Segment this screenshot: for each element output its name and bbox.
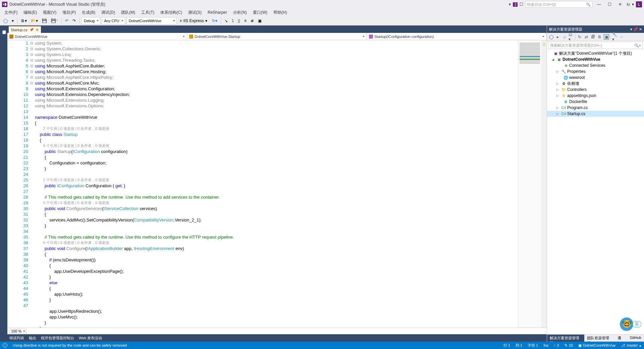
preview-icon[interactable]: ▣ [604, 34, 609, 40]
status-branch[interactable]: ⎇master ▴ [621, 343, 641, 348]
pin-icon[interactable]: 📌 [30, 28, 34, 32]
solution-search-input[interactable]: 搜索解决方案资源管理器(Ctrl+;) 🔍▾ [548, 42, 643, 49]
wrench-icon[interactable]: 🔧▾ [612, 34, 618, 40]
tree-connected-services[interactable]: ⊕Connected Services [547, 62, 644, 68]
document-tab-startup[interactable]: Startup.cs 📌 ✕ [9, 26, 41, 33]
status-pull[interactable]: ✎10 [565, 343, 573, 348]
tree-appsettings[interactable]: ▷🗎appsettings.json [547, 93, 644, 99]
expand-icon[interactable]: ▷ [556, 112, 560, 115]
panel-title-bar[interactable]: 解决方案资源管理器 ▾ 📌 ✕ [547, 26, 644, 33]
menu-window[interactable]: 窗口(W) [251, 9, 270, 16]
platform-combo[interactable]: Any CPU [102, 17, 125, 24]
nav-class-combo[interactable]: DotnetCoreWithVue.Startup [187, 33, 367, 40]
new-project-button[interactable]: 🗎▾ [19, 18, 28, 24]
tab-output[interactable]: 输出 [29, 336, 36, 341]
menu-build[interactable]: 生成(B) [79, 9, 98, 16]
step-out-button[interactable]: ▯ [236, 18, 241, 24]
tab-error-list[interactable]: 错误列表 [9, 336, 24, 341]
tab-team-explorer[interactable]: 团队资源管理器 [584, 335, 614, 342]
solution-tree[interactable]: ▣解决方案"DotnetCoreWithVue"(1 个项目) ◢▣Dotnet… [547, 50, 644, 334]
status-line[interactable]: 行 1 [503, 343, 510, 348]
panel-menu-icon[interactable]: ▾ [630, 27, 632, 31]
user-label[interactable]: lu [627, 2, 630, 7]
save-button[interactable]: 💾 [41, 18, 48, 24]
menu-help[interactable]: 帮助(H) [271, 9, 289, 16]
expand-icon[interactable]: ▷ [556, 82, 560, 85]
notifications-flag-icon[interactable]: ▾ [509, 2, 511, 7]
menu-file[interactable]: 文件(F) [2, 9, 20, 16]
tab-github[interactable]: GitHub [627, 335, 644, 342]
assistant-avatar[interactable]: 🤓 英 [619, 317, 641, 332]
panel-pin-icon[interactable]: 📌 [633, 27, 638, 31]
user-badge[interactable]: L [636, 1, 642, 7]
back-icon[interactable]: ◯ [548, 34, 554, 40]
tree-dockerfile[interactable]: 🗎Dockerfile [547, 99, 644, 105]
open-button[interactable]: 📂▾ [30, 18, 39, 24]
server-explorer-tab[interactable]: 服务器资源管理器 [2, 28, 7, 340]
vertical-scrollbar[interactable]: ⚠ [541, 40, 547, 328]
fwd-icon[interactable]: ▸ [555, 34, 560, 40]
code-minimap[interactable] [518, 40, 541, 328]
close-button[interactable]: ✕ [615, 1, 625, 8]
save-all-button[interactable]: 💾⁺ [50, 18, 59, 24]
user-menu-chevron-icon[interactable]: ▾ [632, 2, 634, 7]
menu-team[interactable]: 团队(M) [119, 9, 138, 16]
expand-icon[interactable]: ▷ [556, 94, 560, 97]
comment-button[interactable]: ≡ [243, 18, 248, 24]
tree-project-node[interactable]: ◢▣DotnetCoreWithVue [547, 56, 644, 62]
status-col[interactable]: 列 1 [516, 343, 522, 348]
sync-icon[interactable]: 🗂▾ [569, 34, 574, 40]
notifications-badge[interactable]: 3 [513, 2, 518, 7]
config-combo[interactable]: Debug [82, 17, 100, 24]
collapse-icon[interactable]: ⇄ [584, 34, 589, 40]
quick-launch-input[interactable]: 快速启动 (Ctrl+Q) 🔍 [525, 1, 592, 8]
status-repo[interactable]: ▣DotnetCoreWithVue [578, 343, 615, 348]
status-push[interactable]: ↑2 [554, 343, 559, 347]
menu-view[interactable]: 视图(V) [41, 9, 59, 16]
step-into-button[interactable]: ↘ [223, 18, 229, 24]
nav-scope-combo[interactable]: DotnetCoreWithVue [7, 33, 187, 40]
tab-notifications[interactable]: 通知 [615, 335, 627, 342]
expand-icon[interactable]: ▷ [556, 70, 560, 73]
status-ins[interactable]: Ins [543, 343, 548, 347]
tab-pkgmgr-console[interactable]: 程序包管理器控制台 [41, 336, 74, 341]
tree-startup[interactable]: ▷C#Startup.cs [547, 111, 644, 117]
startup-project-combo[interactable]: DotnetCoreWithVue [126, 17, 177, 24]
expand-icon[interactable]: ▷ [556, 106, 560, 109]
panel-close-icon[interactable]: ✕ [639, 27, 642, 31]
status-char[interactable]: 字符 1 [528, 343, 538, 348]
bookmark-button[interactable]: ▣ [257, 18, 263, 24]
close-tab-icon[interactable]: ✕ [36, 28, 39, 32]
refresh-sol-icon[interactable]: ↻ [577, 34, 582, 40]
step-over-button[interactable]: ⤵ [230, 18, 235, 24]
tree-solution-node[interactable]: ▣解决方案"DotnetCoreWithVue"(1 个项目) [547, 50, 644, 56]
tree-program[interactable]: ▷C#Program.cs [547, 105, 644, 111]
info-icon[interactable]: i [3, 343, 7, 348]
tree-properties[interactable]: ▷🔧Properties [547, 68, 644, 74]
redo-button[interactable]: ↷ [71, 18, 77, 24]
menu-analyze[interactable]: 分析(N) [231, 9, 249, 16]
undo-button[interactable]: ↶ [64, 18, 70, 24]
run-button[interactable]: IIS Express▾ [178, 18, 209, 24]
menu-edit[interactable]: 编辑(E) [21, 9, 39, 16]
home-icon[interactable]: ⌂ [562, 34, 567, 40]
menu-architecture[interactable]: 体系结构(C) [158, 9, 184, 16]
minimize-button[interactable]: — [594, 1, 604, 8]
show-all-icon[interactable]: 🗐 [590, 34, 596, 40]
expand-icon[interactable]: ▷ [556, 88, 560, 91]
zoom-combo[interactable]: 100 % [9, 329, 26, 334]
code-editor[interactable]: 123456789101112131415 1617 1819202122 23… [7, 40, 547, 328]
code-surface[interactable]: using System;using System.Collections.Ge… [35, 40, 518, 328]
tree-wwwroot[interactable]: 🌐wwwroot [547, 74, 644, 81]
uncomment-button[interactable]: ≢ [249, 18, 255, 24]
nav-forward-button[interactable]: ▾ [10, 18, 15, 24]
tab-solution-explorer[interactable]: 解决方案资源管理器 [547, 335, 584, 342]
maximize-button[interactable]: ☐ [605, 1, 614, 8]
menu-tools[interactable]: 工具(T) [139, 9, 157, 16]
expand-icon[interactable]: ◢ [552, 58, 556, 61]
tree-controllers[interactable]: ▷📁Controllers [547, 87, 644, 93]
minus-icon[interactable]: − [619, 34, 624, 40]
feedback-icon[interactable]: ☐ [520, 2, 523, 7]
menu-project[interactable]: 项目(P) [60, 9, 78, 16]
menu-debug[interactable]: 调试(D) [99, 9, 117, 16]
